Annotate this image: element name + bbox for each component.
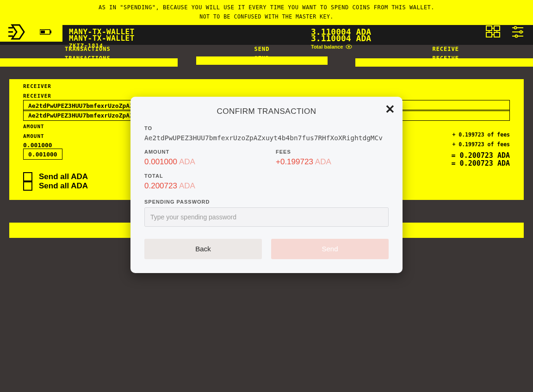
tab-receive-dup[interactable]: RECEIVE — [328, 55, 533, 62]
total-currency: ADA — [179, 181, 195, 190]
back-button[interactable]: Back — [144, 239, 262, 259]
fees-line: + 0.199723 of fees — [452, 131, 510, 138]
wallet-balance-value-dup: 3.110004 — [311, 33, 351, 43]
fees-col: FEES +0.199723ADA — [276, 143, 389, 167]
modal-total-value: 0.200723ADA — [144, 181, 389, 191]
modal-amount-label: AMOUNT — [144, 149, 257, 155]
total-line: = 0.200723 ADA — [452, 151, 510, 160]
modal-total-label: TOTAL — [144, 173, 389, 179]
to-address: Ae2tdPwUPEZ3HUU7bmfexrUzoZpAZxuyt4b4bn7f… — [144, 134, 389, 143]
banner-line-2: NOT TO BE CONFUSED WITH THE MASTER KEY. — [0, 12, 533, 21]
total-number: 0.200723 — [144, 181, 177, 190]
send-all-checkbox[interactable] — [23, 172, 32, 181]
amount-input-box[interactable]: 0.001000 — [23, 149, 62, 160]
fees-line-dup: + 0.199723 of fees — [452, 141, 510, 148]
amount-col: AMOUNT 0.001000ADA — [144, 143, 257, 167]
amount-number: 0.001000 — [144, 157, 177, 166]
send-all-checkbox-dup[interactable] — [23, 181, 32, 191]
modal-amount-value: 0.001000ADA — [144, 157, 257, 167]
svg-rect-4 — [494, 26, 500, 31]
amount-value[interactable]: 0.001000 — [23, 140, 143, 149]
tab-transactions-dup[interactable]: TRANSACTIONS — [0, 55, 196, 62]
modal-title: CONFIRM TRANSACTION — [144, 107, 389, 116]
send-all-label-dup: Send all ADA — [39, 181, 88, 191]
info-banner: AS IN "SPENDING", BECAUSE YOU WILL USE I… — [0, 0, 533, 25]
wallet-name-dup: MANY-TX-WALLET — [69, 34, 311, 43]
amount-currency: ADA — [179, 157, 195, 166]
to-label: TO — [144, 125, 389, 131]
send-all-label: Send all ADA — [39, 172, 88, 181]
spending-password-label: SPENDING PASSWORD — [144, 199, 389, 205]
fees-currency: ADA — [315, 157, 331, 166]
wallet-balance-dup: 3.110004 ADA — [311, 33, 459, 43]
modal-fees-value: +0.199723ADA — [276, 157, 389, 167]
spending-password-input[interactable] — [144, 207, 389, 227]
modal-buttons: Back Send — [144, 239, 389, 259]
tabs-row-b: TRANSACTIONS SEND RECEIVE — [0, 51, 533, 65]
wallet-balance-currency-dup: ADA — [356, 33, 372, 43]
svg-rect-3 — [486, 26, 492, 31]
svg-point-7 — [514, 26, 517, 29]
modal-fees-label: FEES — [276, 149, 389, 155]
close-icon[interactable]: ✕ — [385, 103, 395, 115]
fees-number: +0.199723 — [276, 157, 313, 166]
tab-send-dup[interactable]: SEND — [196, 55, 328, 62]
tabs: TRANSACTIONS SEND RECEIVE TRANSACTIONS S… — [0, 45, 533, 63]
banner-line-1: AS IN "SPENDING", BECAUSE YOU WILL USE I… — [0, 3, 533, 12]
confirm-transaction-modal: ✕ CONFIRM TRANSACTION TO Ae2tdPwUPEZ3HUU… — [130, 97, 403, 273]
send-button[interactable]: Send — [271, 239, 389, 259]
amount-fees-row: AMOUNT 0.001000ADA FEES +0.199723ADA — [144, 143, 389, 167]
